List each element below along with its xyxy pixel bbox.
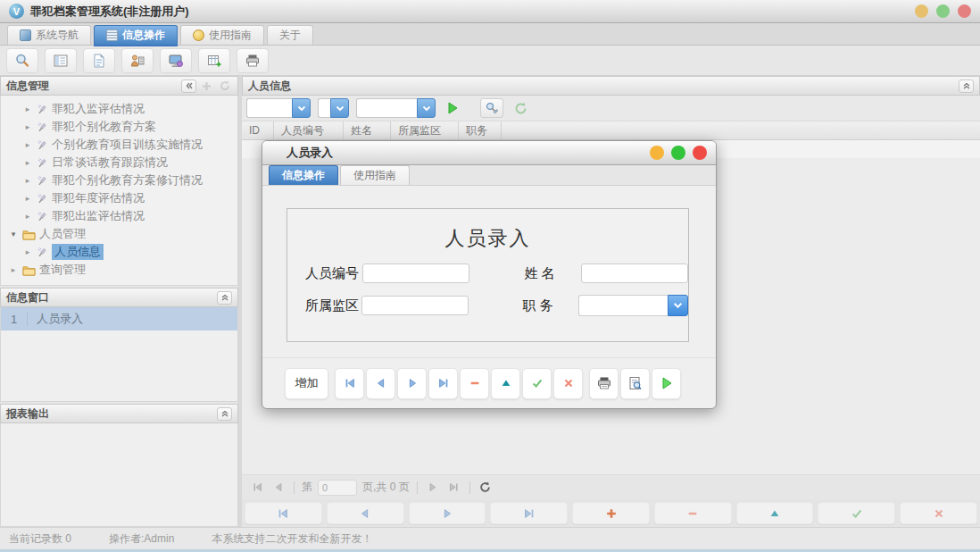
expand-arrow-icon[interactable]: ▸ bbox=[22, 212, 33, 221]
expand-arrow-icon[interactable]: ▸ bbox=[22, 194, 33, 203]
tab-about[interactable]: 关于 bbox=[267, 25, 313, 45]
user-management-button[interactable] bbox=[121, 48, 154, 73]
ward-input[interactable] bbox=[361, 296, 469, 315]
name-input[interactable] bbox=[581, 263, 688, 283]
refresh-grid-button[interactable] bbox=[511, 98, 530, 118]
dialog-next-record-button[interactable] bbox=[397, 368, 427, 399]
collapse-up-button[interactable] bbox=[959, 79, 974, 93]
dialog-tab-information-operation[interactable]: 信息操作 bbox=[269, 165, 338, 185]
grid-header-name[interactable]: 姓名 bbox=[344, 121, 391, 139]
prev-record-button[interactable] bbox=[327, 502, 404, 524]
chevron-down-icon[interactable] bbox=[292, 98, 311, 118]
chevron-down-icon[interactable] bbox=[417, 98, 436, 118]
advanced-search-button[interactable] bbox=[480, 98, 503, 118]
main-tab-bar: 系统导航 信息操作 使用指南 关于 bbox=[0, 23, 980, 46]
pager-refresh-button[interactable] bbox=[478, 480, 494, 496]
chevron-down-icon[interactable] bbox=[668, 295, 688, 316]
page-number-input[interactable] bbox=[318, 480, 357, 496]
pager-last-button[interactable] bbox=[446, 480, 462, 496]
expand-arrow-icon[interactable]: ▸ bbox=[22, 158, 33, 167]
duty-select[interactable] bbox=[578, 295, 688, 316]
expand-arrow-icon[interactable]: ▸ bbox=[22, 105, 33, 113]
expand-arrow-icon[interactable]: ▸ bbox=[22, 247, 33, 256]
refresh-tree-button[interactable] bbox=[217, 79, 232, 93]
maximize-button[interactable] bbox=[936, 4, 950, 18]
first-record-button[interactable] bbox=[245, 502, 322, 524]
record-count-label: 当前记录数 0 bbox=[9, 531, 71, 547]
info-window-row[interactable]: 1 人员录入 bbox=[1, 307, 237, 330]
monitor-button[interactable] bbox=[160, 48, 192, 73]
run-filter-button[interactable] bbox=[443, 98, 462, 118]
tree-item-personnel-info[interactable]: ▸ 人员信息 bbox=[1, 243, 237, 261]
tab-user-guide[interactable]: 使用指南 bbox=[180, 25, 264, 45]
dialog-preview-button[interactable] bbox=[620, 368, 650, 399]
collapse-arrow-icon[interactable]: ▾ bbox=[8, 230, 19, 238]
filter-operator-select[interactable] bbox=[318, 98, 349, 118]
filter-field-select[interactable] bbox=[246, 98, 311, 118]
chevron-down-icon[interactable] bbox=[330, 98, 349, 118]
tab-system-navigation[interactable]: 系统导航 bbox=[7, 25, 91, 45]
print-setup-button[interactable] bbox=[237, 48, 269, 73]
dialog-title-bar[interactable]: 人员录入 bbox=[262, 141, 716, 165]
save-record-button[interactable] bbox=[818, 502, 895, 524]
tree-folder-query-management[interactable]: ▸ 查询管理 bbox=[1, 261, 237, 279]
tree-item-release-assessment[interactable]: ▸ 罪犯出监评估情况 bbox=[1, 207, 237, 225]
personnel-number-input[interactable] bbox=[362, 263, 469, 283]
filter-value-select[interactable] bbox=[356, 98, 436, 118]
grid-icon bbox=[106, 29, 118, 41]
last-record-button[interactable] bbox=[490, 502, 568, 524]
grid-header-duty[interactable]: 职务 bbox=[459, 121, 502, 139]
tree-item-training-implementation[interactable]: ▸ 个别化教育项目训练实施情况 bbox=[1, 136, 237, 154]
dialog-cancel-record-button[interactable] bbox=[553, 368, 583, 399]
tree-item-entry-assessment[interactable]: ▸ 罪犯入监评估情况 bbox=[1, 100, 237, 118]
search-button[interactable] bbox=[6, 48, 38, 73]
tree-item-plan-revision[interactable]: ▸ 罪犯个别化教育方案修订情况 bbox=[1, 171, 237, 189]
edit-record-button[interactable] bbox=[736, 502, 814, 524]
grid-header-id[interactable]: ID bbox=[242, 121, 274, 139]
dialog-prev-record-button[interactable] bbox=[366, 368, 395, 399]
dialog-edit-record-button[interactable] bbox=[491, 368, 520, 399]
pager-next-button[interactable] bbox=[425, 480, 441, 496]
grid-header-personnel-number[interactable]: 人员编号 bbox=[274, 121, 344, 139]
tree-item-annual-assessment[interactable]: ▸ 罪犯年度评估情况 bbox=[1, 189, 237, 207]
dialog-delete-record-button[interactable] bbox=[460, 368, 489, 399]
next-record-button[interactable] bbox=[409, 502, 486, 524]
delete-record-button[interactable] bbox=[654, 502, 732, 524]
expand-arrow-icon[interactable]: ▸ bbox=[22, 176, 33, 185]
table-add-button[interactable] bbox=[198, 48, 230, 73]
collapse-up-button[interactable] bbox=[217, 291, 232, 305]
expand-arrow-icon[interactable]: ▸ bbox=[22, 140, 33, 149]
dialog-execute-button[interactable] bbox=[652, 368, 681, 399]
add-button[interactable]: 增加 bbox=[285, 368, 328, 399]
tree-item-daily-talk-tracking[interactable]: ▸ 日常谈话教育跟踪情况 bbox=[1, 154, 237, 171]
name-label: 姓 名 bbox=[524, 265, 581, 282]
dialog-tab-user-guide[interactable]: 使用指南 bbox=[340, 165, 410, 185]
collapse-left-button[interactable] bbox=[181, 79, 196, 93]
collapse-up-button[interactable] bbox=[217, 407, 232, 421]
dialog-save-record-button[interactable] bbox=[522, 368, 552, 399]
dialog-close-button[interactable] bbox=[693, 146, 707, 160]
document-button[interactable] bbox=[83, 48, 115, 73]
dialog-maximize-button[interactable] bbox=[671, 146, 685, 160]
dialog-first-record-button[interactable] bbox=[335, 368, 364, 399]
expand-arrow-icon[interactable]: ▸ bbox=[8, 265, 19, 274]
add-node-button[interactable] bbox=[199, 79, 214, 93]
toolbar bbox=[0, 46, 980, 76]
tab-information-operation[interactable]: 信息操作 bbox=[94, 25, 178, 45]
close-button[interactable] bbox=[958, 4, 971, 18]
pager-first-button[interactable] bbox=[249, 480, 265, 496]
pager-prev-button[interactable] bbox=[270, 480, 287, 496]
minimize-button[interactable] bbox=[915, 4, 928, 18]
info-management-panel-header: 信息管理 bbox=[0, 76, 238, 96]
tree-folder-personnel-management[interactable]: ▾ 人员管理 bbox=[1, 225, 237, 243]
cancel-record-button[interactable] bbox=[900, 502, 977, 524]
expand-arrow-icon[interactable]: ▸ bbox=[22, 122, 33, 131]
form-view-button[interactable] bbox=[45, 48, 77, 73]
dialog-print-button[interactable] bbox=[589, 368, 619, 399]
tab-label: 使用指南 bbox=[209, 28, 252, 43]
tree-item-individual-education-plan[interactable]: ▸ 罪犯个别化教育方案 bbox=[1, 118, 237, 136]
grid-header-ward[interactable]: 所属监区 bbox=[391, 121, 459, 139]
dialog-last-record-button[interactable] bbox=[428, 368, 458, 399]
add-record-button[interactable] bbox=[572, 502, 650, 524]
dialog-minimize-button[interactable] bbox=[650, 146, 664, 160]
